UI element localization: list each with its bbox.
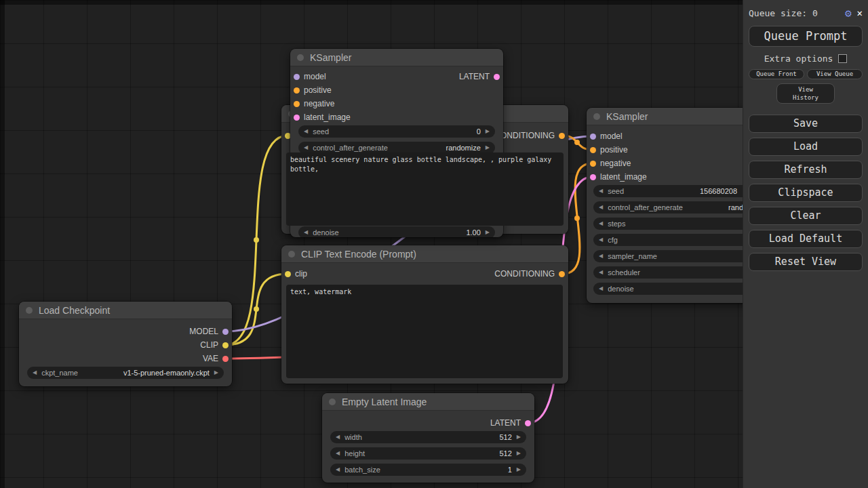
node-title-bar[interactable]: CLIP Text Encode (Prompt): [281, 245, 568, 263]
collapse-dot-icon[interactable]: [329, 399, 336, 405]
sampler-name-widget[interactable]: ◀ sampler_name: [593, 250, 764, 262]
reset-view-button[interactable]: Reset View: [749, 253, 863, 271]
decrement-arrow-icon[interactable]: ◀: [599, 188, 603, 194]
cfg-widget[interactable]: ◀ cfg: [593, 234, 764, 246]
node-title-bar[interactable]: Load Checkpoint: [19, 302, 232, 319]
extra-options-label: Extra options: [764, 54, 833, 64]
decrement-arrow-icon[interactable]: ◀: [599, 286, 603, 291]
node-title-bar[interactable]: Empty Latent Image: [322, 393, 534, 411]
port-dot[interactable]: [222, 342, 229, 348]
steps-widget[interactable]: ◀ steps: [593, 218, 764, 230]
queue-prompt-button[interactable]: Queue Prompt: [749, 26, 863, 47]
view-history-button[interactable]: View History: [776, 83, 835, 104]
port-dot[interactable]: [294, 101, 300, 107]
load-default-button[interactable]: Load Default: [749, 230, 863, 248]
widget-value: 1: [508, 466, 512, 474]
output-port-conditioning[interactable]: CONDITIONING: [494, 267, 565, 281]
decrement-arrow-icon[interactable]: ◀: [33, 370, 37, 375]
port-label: CONDITIONING: [494, 131, 555, 140]
decrement-arrow-icon[interactable]: ◀: [599, 237, 603, 243]
extra-options-checkbox[interactable]: [838, 54, 847, 63]
port-dot[interactable]: [590, 134, 596, 140]
port-dot[interactable]: [285, 271, 291, 277]
height-widget[interactable]: ◀ height 512 ▶: [330, 447, 526, 460]
collapse-dot-icon[interactable]: [593, 113, 600, 120]
input-port-positive[interactable]: positive: [590, 143, 628, 157]
refresh-button[interactable]: Refresh: [749, 161, 863, 179]
decrement-arrow-icon[interactable]: ◀: [599, 253, 603, 259]
node-load-checkpoint[interactable]: Load Checkpoint MODEL CLIP VAE ◀ ckpt_na…: [19, 302, 232, 386]
port-dot[interactable]: [494, 74, 500, 80]
close-icon[interactable]: ✕: [857, 7, 863, 18]
port-dot[interactable]: [222, 356, 229, 362]
increment-arrow-icon[interactable]: ▶: [517, 467, 521, 472]
seed-widget[interactable]: ◀ seed 156680208: [593, 185, 764, 197]
collapse-dot-icon[interactable]: [288, 251, 295, 258]
port-dot[interactable]: [294, 87, 300, 94]
negative-prompt-textarea[interactable]: text, watermark: [286, 285, 563, 378]
decrement-arrow-icon[interactable]: ◀: [336, 451, 340, 456]
increment-arrow-icon[interactable]: ▶: [486, 129, 490, 134]
output-port-conditioning[interactable]: CONDITIONING: [494, 129, 565, 142]
input-port-latent-image[interactable]: latent_image: [590, 170, 647, 184]
node-empty-latent-image[interactable]: Empty Latent Image LATENT ◀ width 512 ▶ …: [322, 393, 534, 483]
decrement-arrow-icon[interactable]: ◀: [304, 129, 308, 134]
input-port-clip[interactable]: clip: [285, 267, 307, 281]
decrement-arrow-icon[interactable]: ◀: [336, 467, 340, 472]
queue-front-button[interactable]: Queue Front: [749, 69, 804, 79]
port-dot[interactable]: [222, 329, 229, 335]
load-button[interactable]: Load: [749, 138, 863, 156]
output-port-model[interactable]: MODEL: [189, 325, 229, 338]
decrement-arrow-icon[interactable]: ◀: [599, 205, 603, 210]
increment-arrow-icon[interactable]: ▶: [517, 451, 521, 456]
increment-arrow-icon[interactable]: ▶: [486, 230, 490, 235]
output-port-vae[interactable]: VAE: [203, 352, 229, 365]
collapse-dot-icon[interactable]: [297, 54, 304, 61]
output-port-latent[interactable]: LATENT: [459, 70, 500, 83]
port-dot[interactable]: [525, 420, 531, 426]
decrement-arrow-icon[interactable]: ◀: [336, 434, 340, 440]
input-port-model[interactable]: model: [590, 129, 623, 143]
scheduler-widget[interactable]: ◀ scheduler: [593, 266, 764, 279]
positive-prompt-textarea[interactable]: beautiful scenery nature glass bottle la…: [286, 152, 564, 226]
increment-arrow-icon[interactable]: ▶: [486, 145, 490, 150]
input-port-model[interactable]: model: [294, 70, 326, 83]
port-dot[interactable]: [559, 271, 565, 277]
decrement-arrow-icon[interactable]: ◀: [304, 145, 308, 150]
port-dot[interactable]: [559, 133, 565, 139]
port-dot[interactable]: [294, 74, 300, 80]
increment-arrow-icon[interactable]: ▶: [214, 370, 218, 375]
clear-button[interactable]: Clear: [749, 207, 863, 225]
denoise-widget[interactable]: ◀ denoise: [593, 283, 764, 295]
decrement-arrow-icon[interactable]: ◀: [304, 230, 308, 235]
decrement-arrow-icon[interactable]: ◀: [599, 270, 603, 275]
output-port-clip[interactable]: CLIP: [200, 338, 229, 352]
decrement-arrow-icon[interactable]: ◀: [599, 221, 603, 226]
save-button[interactable]: Save: [749, 115, 863, 133]
port-dot[interactable]: [294, 115, 300, 121]
port-dot[interactable]: [590, 147, 596, 153]
denoise-widget[interactable]: ◀ denoise 1.00 ▶: [298, 226, 495, 237]
clipspace-button[interactable]: Clipspace: [749, 184, 863, 202]
node-canvas[interactable]: CLIP Text Encode (Prompt) clip CONDITION…: [0, 0, 868, 488]
seed-widget[interactable]: ◀ seed 0 ▶: [298, 125, 495, 138]
menu-panel: Queue size: 0 ⚙ ✕ Queue Prompt Extra opt…: [743, 0, 868, 488]
port-dot[interactable]: [590, 161, 596, 167]
ckpt-name-widget[interactable]: ◀ ckpt_name v1-5-pruned-emaonly.ckpt ▶: [27, 367, 224, 379]
width-widget[interactable]: ◀ width 512 ▶: [330, 431, 526, 443]
input-port-negative[interactable]: negative: [590, 157, 631, 170]
increment-arrow-icon[interactable]: ▶: [517, 434, 521, 440]
view-queue-button[interactable]: View Queue: [807, 69, 863, 79]
input-port-negative[interactable]: negative: [294, 97, 334, 110]
input-port-latent-image[interactable]: latent_image: [294, 110, 351, 124]
gear-icon[interactable]: ⚙: [845, 7, 852, 20]
batch-size-widget[interactable]: ◀ batch_size 1 ▶: [330, 464, 526, 476]
node-title: CLIP Text Encode (Prompt): [301, 249, 416, 260]
output-port-latent[interactable]: LATENT: [490, 416, 531, 430]
port-dot[interactable]: [590, 174, 596, 180]
node-title-bar[interactable]: KSampler: [290, 49, 503, 66]
node-clip-text-encode-negative[interactable]: CLIP Text Encode (Prompt) clip CONDITION…: [281, 245, 568, 384]
control-after-generate-widget[interactable]: ◀ control_after_generate randomize: [593, 201, 764, 214]
input-port-positive[interactable]: positive: [294, 83, 332, 97]
collapse-dot-icon[interactable]: [26, 307, 33, 314]
